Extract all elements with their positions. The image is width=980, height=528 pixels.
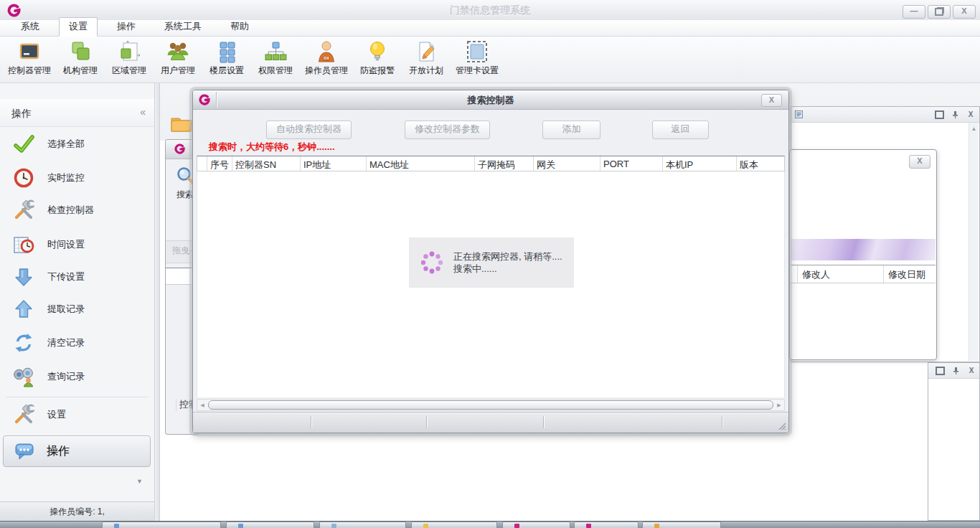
scroll-up-icon[interactable]: ▲ [969, 126, 979, 132]
column-header-modified-by[interactable]: 修改人 [798, 265, 884, 283]
sidebar-item-realtime-monitor[interactable]: 实时监控 [13, 166, 85, 190]
scroll-left-icon[interactable]: ◀ [197, 402, 207, 408]
modify-params-button[interactable]: 修改控制器参数 [405, 121, 490, 139]
column-header-controller-sn[interactable]: 控制器SN [232, 156, 301, 171]
nav-overflow-dropdown[interactable]: ▼ [136, 478, 143, 485]
operator-icon: DX [314, 39, 339, 64]
scrollbar-thumb[interactable] [208, 400, 773, 410]
column-header-version[interactable]: 版本 [737, 156, 784, 171]
auto-search-button[interactable]: 自动搜索控制器 [266, 121, 352, 139]
panel-close-button[interactable]: X [967, 367, 976, 375]
taskbar-button[interactable] [319, 522, 406, 528]
dialog-titlebar[interactable]: 搜索控制器 X [193, 90, 788, 110]
column-header-modified-date[interactable]: 修改日期 [884, 265, 936, 283]
app-window: 门禁信息管理系统 — X 系统 设置 操作 系统工具 帮助 控制器管理 机构管理 [0, 0, 980, 528]
toolbar-controller-management[interactable]: 控制器管理 [3, 39, 56, 77]
app-logo-icon [174, 143, 185, 154]
column-header-port[interactable]: PORT [600, 156, 663, 171]
column-header-subnet[interactable]: 子网掩码 [475, 156, 534, 171]
panel-header[interactable]: X [791, 107, 979, 123]
audit-table-header: 修改人 修改日期 [791, 265, 936, 283]
sidebar-divider [6, 397, 149, 397]
toolbar-burglar-alarm[interactable]: 防盗报警 [353, 39, 402, 77]
column-header-ip[interactable]: IP地址 [301, 156, 367, 171]
column-header-mac[interactable]: MAC地址 [367, 156, 475, 171]
sidebar-item-select-all[interactable]: 选择全部 [13, 132, 85, 156]
scroll-right-icon[interactable]: ▶ [774, 402, 784, 408]
panel-pin-button[interactable] [952, 110, 958, 119]
child-window-close-button[interactable]: X [909, 155, 930, 169]
controller-table-header: 序号 控制器SN IP地址 MAC地址 子网掩码 网关 PORT 本机IP 版本 [197, 156, 785, 171]
close-button[interactable]: X [953, 5, 976, 19]
panel-maximize-button[interactable] [935, 110, 944, 119]
panel-header[interactable]: X [928, 363, 979, 379]
controller-table-body: 正在搜索网控器, 请稍等.... 搜索中...... [197, 171, 785, 397]
menu-system-tools[interactable]: 系统工具 [155, 18, 211, 36]
restore-button[interactable] [928, 5, 951, 19]
sidebar-item-query-records[interactable]: 查询记录 [13, 364, 85, 389]
sidebar-header: 操作 « [0, 99, 154, 127]
toolbar-organization-management[interactable]: 机构管理 [56, 39, 105, 77]
taskbar-button[interactable] [411, 522, 497, 528]
toolbar-operator-management[interactable]: DX 操作员管理 [300, 39, 353, 77]
taskbar-app-icon [654, 524, 659, 528]
add-button[interactable]: 添加 [542, 121, 600, 139]
close-icon: X [769, 95, 774, 104]
sidebar-item-extract-records[interactable]: 提取记录 [13, 297, 85, 321]
sidebar-item-download-settings[interactable]: 下传设置 [13, 265, 85, 289]
down-arrow-icon [13, 266, 34, 288]
column-header-local-ip[interactable]: 本机IP [663, 156, 737, 171]
taskbar-button[interactable] [574, 522, 639, 528]
column-header-index[interactable]: 序号 [207, 156, 232, 171]
taskbar-button[interactable] [502, 522, 570, 528]
sidebar-item-time-settings[interactable]: 时间设置 [13, 232, 85, 257]
search-controller-dialog: 搜索控制器 X 自动搜索控制器 修改控制器参数 添加 返回 搜索时，大约等待6，… [192, 90, 789, 433]
chat-bubble-icon [14, 440, 35, 462]
docked-panel-bottom-right: X [928, 362, 980, 521]
menu-operation[interactable]: 操作 [108, 18, 145, 36]
searching-line2: 搜索中...... [453, 263, 562, 275]
taskbar-app-icon [114, 524, 119, 528]
alarm-icon [365, 39, 390, 64]
spinner-icon [419, 250, 445, 275]
taskbar-button[interactable] [642, 522, 721, 528]
minimize-button[interactable]: — [903, 5, 925, 19]
menu-help[interactable]: 帮助 [221, 18, 258, 36]
sidebar-item-label: 实时监控 [47, 171, 85, 184]
sidebar-splitter[interactable] [155, 83, 160, 521]
toolbar-open-plan[interactable]: 开放计划 [402, 39, 451, 77]
sidebar-nav-settings[interactable]: 设置 [13, 402, 66, 427]
sidebar-item-clear-records[interactable]: 清空记录 [13, 331, 85, 355]
panel-scrollbar[interactable]: ▲ [969, 123, 979, 361]
taskbar-app-icon [586, 524, 591, 528]
dialog-close-button[interactable]: X [761, 94, 782, 107]
sidebar-item-check-controller[interactable]: 检查控制器 [13, 198, 94, 222]
folder-icon[interactable] [169, 112, 194, 136]
dialog-statusbar [193, 412, 788, 433]
toolbar-area-management[interactable]: 区域管理 [105, 39, 154, 77]
back-button[interactable]: 返回 [652, 121, 709, 139]
toolbar-label: 防盗报警 [360, 65, 395, 77]
taskbar-button[interactable] [226, 522, 314, 528]
controller-icon [17, 39, 42, 64]
horizontal-scrollbar[interactable]: ◀ ▶ [197, 399, 785, 411]
column-header-gateway[interactable]: 网关 [534, 156, 600, 171]
operator-id-status: 操作员编号: 1, [50, 506, 105, 518]
toolbar-floor-settings[interactable]: 楼层设置 [202, 39, 251, 77]
collapse-icon[interactable]: « [140, 106, 146, 118]
taskbar-button[interactable] [102, 522, 221, 528]
searching-status-box: 正在搜索网控器, 请稍等.... 搜索中...... [409, 237, 574, 288]
toolbar-manage-card-settings[interactable]: 管理卡设置 [451, 39, 504, 77]
resize-grip[interactable] [778, 423, 786, 430]
toolbar-user-management[interactable]: 用户管理 [154, 39, 202, 77]
panel-pin-button[interactable] [953, 367, 959, 375]
menu-settings[interactable]: 设置 [59, 17, 98, 37]
taskbar-app-icon [514, 524, 519, 528]
toolbar-label: 机构管理 [63, 65, 98, 77]
sidebar-nav-operation-selected[interactable]: 操作 [3, 435, 151, 467]
panel-maximize-button[interactable] [936, 367, 945, 375]
panel-close-button[interactable]: X [966, 110, 975, 119]
toolbar-permission-management[interactable]: 权限管理 [251, 39, 300, 77]
sidebar-item-label: 查询记录 [47, 370, 85, 383]
menu-system[interactable]: 系统 [11, 18, 49, 36]
